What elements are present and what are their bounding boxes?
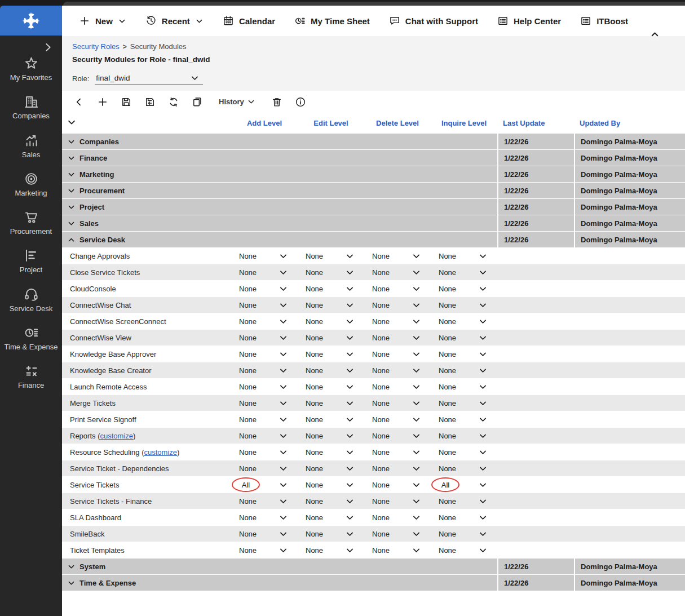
edit-level-select[interactable]: None (298, 346, 364, 362)
delete-level-select[interactable]: None (364, 281, 431, 296)
refresh-button[interactable] (168, 96, 179, 108)
sidebar-item-time-expense[interactable]: Time & Expense (0, 325, 62, 352)
delete-level-select[interactable]: None (364, 444, 431, 460)
delete-level-select[interactable]: None (364, 264, 431, 280)
inquire-level-select[interactable]: None (431, 362, 497, 378)
add-level-select[interactable]: None (231, 411, 298, 427)
delete-level-select[interactable]: None (364, 346, 431, 362)
add-level-select[interactable]: All (231, 477, 298, 493)
add-level-select[interactable]: None (231, 509, 298, 525)
add-button[interactable] (97, 96, 108, 108)
delete-level-select[interactable]: None (364, 460, 431, 476)
save-close-button[interactable] (144, 96, 156, 108)
inquire-level-select[interactable]: None (431, 379, 497, 395)
edit-level-select[interactable]: None (298, 411, 364, 427)
edit-level-select[interactable]: None (298, 362, 364, 378)
sidebar-item-sales[interactable]: Sales (0, 133, 62, 159)
inquire-level-select[interactable]: None (431, 460, 497, 476)
resource-scheduling-customize-link[interactable]: customize (144, 448, 178, 457)
sidebar-item-project[interactable]: Project (0, 248, 62, 274)
category-row-procurement[interactable]: Procurement1/22/26Domingo Palma-Moya (62, 183, 685, 199)
add-level-select[interactable]: None (231, 330, 298, 345)
inquire-level-select[interactable]: All (431, 477, 497, 493)
inquire-level-select[interactable]: None (431, 411, 497, 427)
inquire-level-select[interactable]: None (431, 526, 497, 542)
category-row-marketing[interactable]: Marketing1/22/26Domingo Palma-Moya (62, 166, 685, 183)
breadcrumb-link-security-roles[interactable]: Security Roles (72, 42, 120, 51)
inquire-level-select[interactable]: None (431, 395, 497, 411)
category-row-service-desk[interactable]: Service Desk1/22/26Domingo Palma-Moya (62, 232, 685, 248)
inquire-level-select[interactable]: None (431, 264, 497, 280)
connectwise-logo[interactable] (0, 6, 62, 36)
sidebar-item-finance[interactable]: Finance (0, 364, 62, 390)
category-row-sales[interactable]: Sales1/22/26Domingo Palma-Moya (62, 215, 685, 232)
delete-level-select[interactable]: None (364, 330, 431, 345)
add-level-select[interactable]: None (231, 248, 298, 264)
history-menu[interactable]: History (219, 98, 255, 106)
category-row-companies[interactable]: Companies1/22/26Domingo Palma-Moya (62, 134, 685, 150)
inquire-level-select[interactable]: None (431, 330, 497, 345)
delete-level-select[interactable]: None (364, 362, 431, 378)
inquire-level-select[interactable]: None (431, 444, 497, 460)
nav-item-my-time-sheet[interactable]: My Time Sheet (294, 15, 370, 26)
edit-level-select[interactable]: None (298, 428, 364, 444)
edit-level-select[interactable]: None (298, 297, 364, 313)
inquire-level-select[interactable]: None (431, 428, 497, 444)
edit-level-select[interactable]: None (298, 493, 364, 509)
inquire-level-select[interactable]: None (431, 542, 497, 558)
delete-level-select[interactable]: None (364, 477, 431, 493)
category-row-project[interactable]: Project1/22/26Domingo Palma-Moya (62, 199, 685, 215)
edit-level-select[interactable]: None (298, 444, 364, 460)
nav-item-chat-with-support[interactable]: Chat with Support (389, 15, 478, 26)
edit-level-select[interactable]: None (298, 460, 364, 476)
add-level-select[interactable]: None (231, 281, 298, 296)
info-button[interactable] (295, 96, 306, 108)
add-level-select[interactable]: None (231, 428, 298, 444)
nav-item-calendar[interactable]: Calendar (223, 15, 275, 26)
add-level-select[interactable]: None (231, 379, 298, 395)
edit-level-select[interactable]: None (298, 248, 364, 264)
add-level-select[interactable]: None (231, 297, 298, 313)
edit-level-select[interactable]: None (298, 330, 364, 345)
copy-button[interactable] (192, 96, 203, 108)
sidebar-item-my-favorites[interactable]: My Favorites (0, 56, 62, 82)
inquire-level-select[interactable]: None (431, 281, 497, 296)
sidebar-item-procurement[interactable]: Procurement (0, 210, 62, 236)
add-level-select[interactable]: None (231, 346, 298, 362)
delete-level-select[interactable]: None (364, 411, 431, 427)
save-button[interactable] (121, 96, 132, 108)
delete-level-select[interactable]: None (364, 428, 431, 444)
add-level-select[interactable]: None (231, 493, 298, 509)
category-row-finance[interactable]: Finance1/22/26Domingo Palma-Moya (62, 150, 685, 166)
inquire-level-select[interactable]: None (431, 313, 497, 329)
edit-level-select[interactable]: None (298, 395, 364, 411)
nav-item-recent[interactable]: Recent (145, 15, 204, 26)
edit-level-select[interactable]: None (298, 281, 364, 296)
edit-level-select[interactable]: None (298, 313, 364, 329)
category-row-time-expense[interactable]: Time & Expense1/22/26Domingo Palma-Moya (62, 575, 685, 591)
delete-level-select[interactable]: None (364, 509, 431, 525)
expand-all-chevron-icon[interactable] (67, 117, 77, 127)
delete-level-select[interactable]: None (364, 526, 431, 542)
add-level-select[interactable]: None (231, 444, 298, 460)
nav-item-itboost[interactable]: ITBoost (580, 15, 628, 26)
category-row-system[interactable]: System1/22/26Domingo Palma-Moya (62, 559, 685, 575)
edit-level-select[interactable]: None (298, 477, 364, 493)
sidebar-item-companies[interactable]: Companies (0, 94, 62, 121)
add-level-select[interactable]: None (231, 542, 298, 558)
role-select[interactable]: final_dwid (95, 72, 203, 85)
add-level-select[interactable]: None (231, 526, 298, 542)
edit-level-select[interactable]: None (298, 264, 364, 280)
add-level-select[interactable]: None (231, 362, 298, 378)
add-level-select[interactable]: None (231, 313, 298, 329)
sidebar-item-marketing[interactable]: Marketing (0, 171, 62, 198)
inquire-level-select[interactable]: None (431, 509, 497, 525)
delete-level-select[interactable]: None (364, 395, 431, 411)
navbar-collapse-icon[interactable] (649, 29, 660, 39)
delete-level-select[interactable]: None (364, 297, 431, 313)
inquire-level-select[interactable]: None (431, 346, 497, 362)
add-level-select[interactable]: None (231, 264, 298, 280)
nav-item-help-center[interactable]: Help Center (497, 15, 561, 26)
nav-item-new[interactable]: New (79, 15, 126, 26)
back-button[interactable] (73, 96, 85, 108)
